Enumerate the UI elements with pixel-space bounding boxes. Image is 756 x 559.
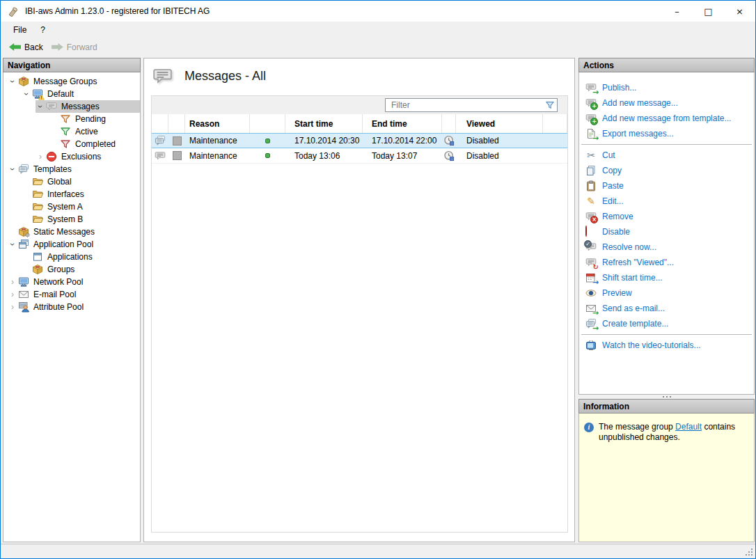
refresh-viewed-icon: ↻ <box>585 257 597 268</box>
calendar-shift-icon: → <box>585 272 597 283</box>
action-watch-video-tutorials[interactable]: Watch the video-tutorials... <box>579 338 754 353</box>
groups-box-icon <box>32 264 43 275</box>
tree-item-messages[interactable]: › Messages <box>3 100 140 113</box>
tree-item-label: Exclusions <box>59 152 103 162</box>
tree-item-templates[interactable]: › Templates <box>3 163 140 175</box>
minimize-button[interactable]: – <box>661 1 693 22</box>
action-resolve-now[interactable]: ✓ Resolve now... <box>579 239 754 255</box>
chevron-collapsed-icon[interactable]: › <box>8 290 17 299</box>
person-monitor-icon <box>18 301 29 313</box>
column-header-status[interactable] <box>250 114 285 133</box>
window-icon <box>32 251 43 262</box>
window-controls: – □ × <box>661 1 755 22</box>
grid-header-row: Reason Start time End time Viewed <box>152 114 567 133</box>
action-edit[interactable]: ✎ Edit... <box>579 194 754 209</box>
column-header-type[interactable] <box>152 114 168 133</box>
filter-bar <box>152 96 567 114</box>
chevron-expanded-icon[interactable]: › <box>8 239 17 249</box>
tree-item-default[interactable]: › Default <box>3 88 140 100</box>
tree-item-label: Message Groups <box>31 77 99 86</box>
table-row[interactable]: Maintenance 17.10.2014 20:30 17.10.2014 … <box>152 133 567 148</box>
tree-item-attribute-pool[interactable]: › Attribute Pool <box>3 301 140 313</box>
content-panel: Messages - All Reason Start <box>143 58 575 542</box>
column-header-end-time[interactable]: End time <box>363 114 442 133</box>
action-publish[interactable]: → Publish... <box>579 80 754 95</box>
action-remove[interactable]: × Remove <box>579 209 754 224</box>
actions-separator <box>581 334 752 335</box>
cell-start-time: Today 13:06 <box>285 151 363 161</box>
tree-item-active[interactable]: Active <box>3 125 140 138</box>
default-group-link[interactable]: Default <box>675 422 702 432</box>
page-title: Messages - All <box>184 69 266 84</box>
maximize-button[interactable]: □ <box>693 1 724 22</box>
tree-item-global[interactable]: Global <box>3 175 140 188</box>
navigation-header: Navigation <box>3 58 141 72</box>
action-copy[interactable]: Copy <box>579 163 754 178</box>
column-header-filler <box>543 114 567 133</box>
tree-item-label: Default <box>45 89 76 99</box>
actions-header: Actions <box>578 58 755 72</box>
action-add-new-message[interactable]: + Add new message... <box>579 95 754 111</box>
tree-item-application-pool[interactable]: › Application Pool <box>3 238 140 251</box>
cell-reason: Maintenance <box>185 151 250 161</box>
green-status-icon <box>265 139 270 143</box>
tree-item-label: Active <box>73 127 100 136</box>
chevron-expanded-icon[interactable]: › <box>22 89 31 99</box>
tree-item-email-pool[interactable]: › E-mail Pool <box>3 288 140 301</box>
tree-item-exclusions[interactable]: › Exclusions <box>3 150 140 163</box>
close-button[interactable]: × <box>724 1 755 22</box>
messages-title-icon <box>152 66 173 86</box>
chevron-expanded-icon[interactable]: › <box>8 77 17 86</box>
tree-item-message-groups[interactable]: › Message Groups <box>3 75 140 88</box>
action-preview[interactable]: Preview <box>579 285 754 301</box>
content-title: Messages - All <box>152 66 266 86</box>
tree-item-pending[interactable]: Pending <box>3 113 140 125</box>
tree-item-label: Static Messages <box>31 227 97 237</box>
navigation-panel: Navigation › Message Groups › Default › <box>3 58 141 542</box>
tree-item-static-messages[interactable]: Static Messages <box>3 226 140 238</box>
tree-item-network-pool[interactable]: › Network Pool <box>3 276 140 288</box>
resize-grip[interactable] <box>746 549 753 556</box>
column-header-viewed-icon[interactable] <box>442 114 456 133</box>
table-row[interactable]: Maintenance Today 13:06 Today 13:07 Disa… <box>152 148 567 164</box>
information-header: Information <box>578 399 755 414</box>
chevron-collapsed-icon[interactable]: › <box>8 302 17 312</box>
column-header-start-time[interactable]: Start time <box>285 114 363 133</box>
action-export-messages[interactable]: → Export messages... <box>579 126 754 141</box>
back-arrow-icon <box>9 43 21 51</box>
filter-funnel-icon[interactable] <box>543 99 557 111</box>
tree-item-completed[interactable]: Completed <box>3 138 140 150</box>
tree-item-groups[interactable]: Groups <box>3 263 140 276</box>
filter-input[interactable] <box>386 100 543 110</box>
tree-item-label: Applications <box>45 252 95 262</box>
forward-button[interactable]: Forward <box>48 41 102 54</box>
action-cut[interactable]: ✂ Cut <box>579 148 754 163</box>
action-send-as-email[interactable]: → Send as e-mail... <box>579 301 754 316</box>
chevron-collapsed-icon[interactable]: › <box>8 277 17 287</box>
column-header-viewed[interactable]: Viewed <box>456 114 543 133</box>
chevron-collapsed-icon[interactable]: › <box>36 152 45 162</box>
send-email-icon: → <box>585 303 597 314</box>
menu-help[interactable]: ? <box>33 23 52 37</box>
tree-item-applications[interactable]: Applications <box>3 251 140 263</box>
tree-item-interfaces[interactable]: Interfaces <box>3 188 140 200</box>
column-header-reason[interactable]: Reason <box>185 114 250 133</box>
clock-icon <box>443 135 455 146</box>
action-disable[interactable]: Disable <box>579 224 754 239</box>
action-shift-start-time[interactable]: → Shift start time... <box>579 270 754 285</box>
scissors-icon: ✂ <box>585 150 597 161</box>
cell-viewed: Disabled <box>456 151 543 161</box>
action-create-template[interactable]: → Create template... <box>579 316 754 331</box>
menu-file[interactable]: File <box>6 23 33 37</box>
tree-item-system-b[interactable]: System B <box>3 213 140 226</box>
tree-item-label: Interfaces <box>45 189 86 199</box>
tree-item-system-a[interactable]: System A <box>3 200 140 213</box>
action-refresh-viewed[interactable]: ↻ Refresh "Viewed"... <box>579 255 754 270</box>
back-button[interactable]: Back <box>6 41 48 54</box>
pencil-icon: ✎ <box>585 196 597 207</box>
column-header-color[interactable] <box>168 114 185 133</box>
action-paste[interactable]: Paste <box>579 178 754 194</box>
chevron-expanded-icon[interactable]: › <box>36 102 45 111</box>
action-add-new-message-from-template[interactable]: + Add new message from template... <box>579 111 754 126</box>
chevron-expanded-icon[interactable]: › <box>8 164 17 174</box>
